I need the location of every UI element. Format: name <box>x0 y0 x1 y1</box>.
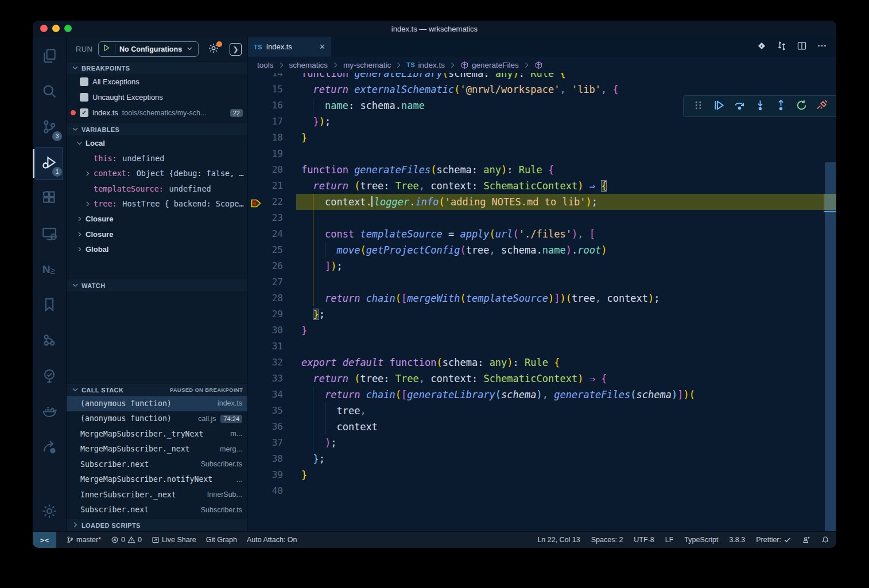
activity-item-docker[interactable] <box>36 396 63 429</box>
start-debug-icon[interactable] <box>102 44 111 54</box>
drag-handle-button[interactable] <box>689 98 707 115</box>
tab-index-ts[interactable]: TS index.ts ✕ <box>248 37 331 57</box>
continue-button[interactable] <box>710 98 727 115</box>
status-eol[interactable]: LF <box>665 536 674 544</box>
zoom-window-button[interactable] <box>64 25 72 32</box>
breadcrumb-item[interactable]: TSindex.ts <box>406 61 445 69</box>
launch-configuration-dropdown[interactable]: No Configurations <box>98 41 199 57</box>
breakpoint-row[interactable]: Uncaught Exceptions <box>67 89 247 105</box>
step-over-button[interactable] <box>731 98 748 115</box>
code-line-39[interactable]: 39} <box>248 467 836 483</box>
watch-header[interactable]: WATCH <box>67 279 247 291</box>
stack-frame-row[interactable]: (anonymous function)index.ts <box>67 396 247 411</box>
stack-frame-row[interactable]: MergeMapSubscriber.notifyNext... <box>67 472 247 488</box>
configure-launch-button[interactable] <box>208 42 219 56</box>
status-ts-version[interactable]: 3.8.3 <box>729 536 745 544</box>
breakpoint-row[interactable]: ✓index.tstools/schematics/my-sch...22 <box>67 105 247 120</box>
chevron-down-icon[interactable] <box>75 139 84 147</box>
close-tab-icon[interactable]: ✕ <box>319 42 325 51</box>
activity-item-git-graph[interactable] <box>36 325 63 358</box>
activity-item-extensions[interactable] <box>36 182 63 216</box>
variable-row[interactable]: templateSource: undefined <box>67 181 247 197</box>
activity-item-nx-console[interactable]: N≥ <box>36 254 63 287</box>
stack-frame-row[interactable]: (anonymous function)call.js74:24 <box>67 411 247 427</box>
status-prettier[interactable]: Prettier: <box>756 536 792 544</box>
status-feedback[interactable] <box>802 536 810 544</box>
code-line-25[interactable]: 25 move(getProjectConfig(tree, schema.na… <box>248 242 836 258</box>
code-line-24[interactable]: 24 const templateSource = apply(url('./f… <box>248 226 836 242</box>
code-line-38[interactable]: 38 }; <box>248 451 836 467</box>
scope-row-local[interactable]: Local <box>67 135 247 151</box>
code-line-19[interactable]: 19 <box>248 146 836 162</box>
scope-row-closure[interactable]: Closure <box>67 227 247 242</box>
diamond-icon[interactable] <box>757 41 767 53</box>
variable-row[interactable]: this: undefined <box>67 151 247 166</box>
close-window-button[interactable] <box>40 25 48 32</box>
chevron-right-icon[interactable] <box>75 231 84 238</box>
scrollbar-thumb[interactable] <box>825 162 836 531</box>
activity-item-explorer[interactable] <box>36 40 63 73</box>
status-encoding[interactable]: UTF-8 <box>634 536 654 544</box>
code-line-22[interactable]: 22 context.logger.info('adding NOTES.md … <box>248 194 836 210</box>
code-line-26[interactable]: 26 ]); <box>248 258 836 274</box>
status-auto-attach[interactable]: Auto Attach: On <box>247 536 297 544</box>
stack-frame-row[interactable]: MergeMapSubscriber._tryNextm... <box>67 426 247 442</box>
scope-row-global[interactable]: Global <box>67 242 247 258</box>
breakpoint-row[interactable]: All Exceptions <box>67 74 247 89</box>
breadcrumb-item[interactable] <box>534 61 546 69</box>
debug-console-button[interactable]: ❯ <box>230 43 242 56</box>
status-indentation[interactable]: Spaces: 2 <box>591 536 623 544</box>
variable-row[interactable]: context: Object {debug: false, en… <box>67 166 247 181</box>
code-line-21[interactable]: 21 return (tree: Tree, context: Schemati… <box>248 178 836 194</box>
code-line-28[interactable]: 28 return chain([mergeWith(templateSourc… <box>248 290 836 306</box>
status-git-branch[interactable]: master* <box>66 536 101 544</box>
activity-item-manage[interactable] <box>36 496 63 529</box>
status-problems[interactable]: 00 <box>111 536 142 544</box>
code-line-30[interactable]: 30} <box>248 322 836 338</box>
restart-button[interactable] <box>793 98 810 115</box>
activity-item-search[interactable] <box>36 76 63 109</box>
checkbox[interactable] <box>80 77 88 86</box>
breadcrumb-item[interactable]: generateFiles <box>460 61 519 69</box>
stack-frame-row[interactable]: Subscriber.nextSubscriber.ts <box>67 503 247 518</box>
editor-scrollbar[interactable] <box>824 73 836 531</box>
code-line-18[interactable]: 18} <box>248 130 836 146</box>
activity-item-todo-tree[interactable] <box>36 360 63 394</box>
chevron-right-icon[interactable] <box>75 246 84 253</box>
step-out-button[interactable] <box>772 98 789 115</box>
chevron-right-icon[interactable] <box>83 200 92 208</box>
disconnect-button[interactable] <box>813 98 831 115</box>
step-into-button[interactable] <box>751 98 769 115</box>
code-line-27[interactable]: 27 <box>248 274 836 290</box>
chevron-right-icon[interactable] <box>83 170 92 177</box>
code-line-31[interactable]: 31 <box>248 338 836 355</box>
activity-item-source-control[interactable]: 3 <box>36 111 63 145</box>
code-line-34[interactable]: 34 return chain([generateLibrary(schema)… <box>248 387 836 403</box>
chevron-right-icon[interactable] <box>75 215 84 223</box>
code-line-32[interactable]: 32export default function(schema: any): … <box>248 355 836 371</box>
code-line-20[interactable]: 20function generateFiles(schema: any): R… <box>248 162 836 178</box>
activity-item-bookmarks[interactable] <box>36 289 63 322</box>
stack-frame-row[interactable]: InnerSubscriber._nextInnerSub... <box>67 487 247 503</box>
current-line-breakpoint-icon[interactable] <box>251 197 262 207</box>
breadcrumb-item[interactable]: tools <box>257 61 274 69</box>
scope-row-closure[interactable]: Closure <box>67 212 247 227</box>
call-stack-header[interactable]: CALL STACKPAUSED ON BREAKPOINT <box>67 383 247 396</box>
breadcrumb-item[interactable]: schematics <box>289 61 328 69</box>
status-notifications[interactable] <box>821 536 829 544</box>
status-cursor-position[interactable]: Ln 22, Col 13 <box>537 536 580 544</box>
status-git-graph[interactable]: Git Graph <box>206 536 237 544</box>
breadcrumb-item[interactable]: my-schematic <box>343 61 391 69</box>
code-line-33[interactable]: 33 return (tree: Tree, context: Schemati… <box>248 371 836 387</box>
checkbox[interactable]: ✓ <box>80 108 88 117</box>
code-line-36[interactable]: 36 context <box>248 419 836 435</box>
status-language-mode[interactable]: TypeScript <box>684 536 718 544</box>
code-editor[interactable]: 14function generateLibrary(schema: any):… <box>248 73 836 531</box>
code-line-23[interactable]: 23 <box>248 210 836 226</box>
status-live-share[interactable]: Live Share <box>152 536 196 544</box>
activity-item-remote-explorer[interactable] <box>36 218 63 251</box>
code-line-35[interactable]: 35 tree, <box>248 403 836 419</box>
activity-item-share[interactable] <box>36 431 63 465</box>
code-line-29[interactable]: 29 }; <box>248 306 836 322</box>
minimize-window-button[interactable] <box>52 25 60 32</box>
